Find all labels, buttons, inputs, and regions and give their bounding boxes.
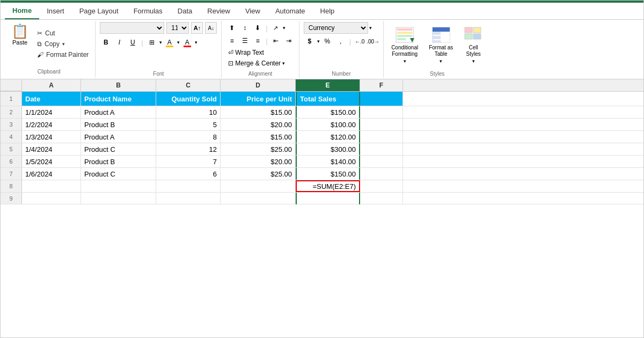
cell-d9[interactable] xyxy=(221,193,296,204)
underline-button[interactable]: U xyxy=(127,36,138,48)
font-size-select[interactable]: 11 xyxy=(166,22,189,34)
cell-d6[interactable]: $20.00 xyxy=(221,156,296,167)
cell-b6[interactable]: Product B xyxy=(81,156,156,167)
cell-a3[interactable]: 1/2/2024 xyxy=(22,119,81,130)
tab-formulas[interactable]: Formulas xyxy=(126,3,170,19)
cell-c8[interactable] xyxy=(156,180,221,192)
percent-button[interactable]: % xyxy=(321,35,333,47)
wrap-text-button[interactable]: ⏎ Wrap Text xyxy=(226,48,294,57)
cell-f9[interactable] xyxy=(360,193,403,204)
cell-b3[interactable]: Product B xyxy=(81,119,156,130)
cell-a4[interactable]: 1/3/2024 xyxy=(22,131,81,143)
cell-a5[interactable]: 1/4/2024 xyxy=(22,143,81,155)
cell-c7[interactable]: 6 xyxy=(156,168,221,180)
cell-b7[interactable]: Product C xyxy=(81,168,156,180)
format-painter-button[interactable]: 🖌 Format Painter xyxy=(35,50,91,60)
conditional-formatting-button[interactable]: ConditionalFormatting ▾ xyxy=(388,24,421,66)
align-left-button[interactable]: ≡ xyxy=(226,35,238,47)
dollar-button[interactable]: $ xyxy=(304,35,316,47)
cell-e2[interactable]: $150.00 xyxy=(296,106,360,118)
cell-c3[interactable]: 5 xyxy=(156,119,221,130)
cell-e1[interactable]: Total Sales xyxy=(296,92,360,106)
cell-f4[interactable] xyxy=(360,131,403,143)
decrease-decimal-button[interactable]: ←.0 xyxy=(354,35,365,47)
col-header-b[interactable]: B xyxy=(81,79,156,91)
cell-d1[interactable]: Price per Unit xyxy=(221,92,296,106)
cell-d4[interactable]: $15.00 xyxy=(221,131,296,143)
cell-d7[interactable]: $25.00 xyxy=(221,168,296,180)
cell-b5[interactable]: Product C xyxy=(81,143,156,155)
tab-page-layout[interactable]: Page Layout xyxy=(72,3,126,19)
col-header-e[interactable]: E xyxy=(296,79,360,91)
cell-f5[interactable] xyxy=(360,143,403,155)
col-header-d[interactable]: D xyxy=(221,79,296,91)
format-table-button[interactable]: Format asTable ▾ xyxy=(426,24,456,66)
cell-b8[interactable] xyxy=(81,180,156,192)
cell-f2[interactable] xyxy=(360,106,403,118)
number-format-select[interactable]: Currency xyxy=(304,22,368,34)
align-center-button[interactable]: ☰ xyxy=(239,35,251,47)
cell-d8[interactable] xyxy=(221,180,296,192)
decrease-indent-button[interactable]: ⇤ xyxy=(270,35,282,47)
font-shrink-button[interactable]: A↓ xyxy=(205,22,217,34)
cell-b2[interactable]: Product A xyxy=(81,106,156,118)
cell-a1[interactable]: Date xyxy=(22,92,81,106)
align-top-button[interactable]: ⬆ xyxy=(226,22,238,34)
merge-center-button[interactable]: ⊡ Merge & Center ▾ xyxy=(226,58,294,68)
col-header-f[interactable]: F xyxy=(360,79,403,91)
cell-a6[interactable]: 1/5/2024 xyxy=(22,156,81,167)
comma-button[interactable]: , xyxy=(335,35,347,47)
cell-f6[interactable] xyxy=(360,156,403,167)
cell-c5[interactable]: 12 xyxy=(156,143,221,155)
cell-b1[interactable]: Product Name xyxy=(81,92,156,106)
cell-a2[interactable]: 1/1/2024 xyxy=(22,106,81,118)
cell-e7[interactable]: $150.00 xyxy=(296,168,360,180)
tab-help[interactable]: Help xyxy=(313,3,342,19)
cell-d3[interactable]: $20.00 xyxy=(221,119,296,130)
cell-f1[interactable] xyxy=(360,92,403,106)
cell-a7[interactable]: 1/6/2024 xyxy=(22,168,81,180)
cell-b4[interactable]: Product A xyxy=(81,131,156,143)
paste-button[interactable]: 📋 Paste xyxy=(7,23,33,65)
tab-insert[interactable]: Insert xyxy=(39,3,72,19)
tab-view[interactable]: View xyxy=(238,3,268,19)
cell-c2[interactable]: 10 xyxy=(156,106,221,118)
cell-f7[interactable] xyxy=(360,168,403,180)
bold-button[interactable]: B xyxy=(100,36,112,48)
cell-c4[interactable]: 8 xyxy=(156,131,221,143)
cell-d2[interactable]: $15.00 xyxy=(221,106,296,118)
cell-e3[interactable]: $100.00 xyxy=(296,119,360,130)
tab-review[interactable]: Review xyxy=(200,3,238,19)
border-button[interactable]: ⊞ xyxy=(146,36,158,48)
cell-e6[interactable]: $140.00 xyxy=(296,156,360,167)
cell-e5[interactable]: $300.00 xyxy=(296,143,360,155)
tab-automate[interactable]: Automate xyxy=(268,3,313,19)
cell-c9[interactable] xyxy=(156,193,221,204)
cell-d5[interactable]: $25.00 xyxy=(221,143,296,155)
col-header-c[interactable]: C xyxy=(156,79,221,91)
fill-color-button[interactable]: A xyxy=(164,36,175,48)
col-header-a[interactable]: A xyxy=(22,79,81,91)
cell-c1[interactable]: Quantity Sold xyxy=(156,92,221,106)
cell-b9[interactable] xyxy=(81,193,156,204)
increase-indent-button[interactable]: ⇥ xyxy=(283,35,295,47)
cell-c6[interactable]: 7 xyxy=(156,156,221,167)
align-right-button[interactable]: ≡ xyxy=(252,35,264,47)
cell-a8[interactable] xyxy=(22,180,81,192)
increase-decimal-button[interactable]: .00→ xyxy=(367,35,379,47)
tab-data[interactable]: Data xyxy=(170,3,200,19)
text-angle-button[interactable]: ↗ xyxy=(270,22,282,34)
font-color-button[interactable]: A xyxy=(181,36,193,48)
cell-f8[interactable] xyxy=(360,180,403,192)
cell-a9[interactable] xyxy=(22,193,81,204)
cell-f3[interactable] xyxy=(360,119,403,130)
cell-styles-button[interactable]: CellStyles ▾ xyxy=(460,24,486,66)
cell-e4[interactable]: $120.00 xyxy=(296,131,360,143)
italic-button[interactable]: I xyxy=(113,36,125,48)
align-middle-button[interactable]: ↕ xyxy=(239,22,251,34)
font-grow-button[interactable]: A↑ xyxy=(191,22,203,34)
cell-e8[interactable]: =SUM(E2:E7) xyxy=(296,180,360,192)
font-name-select[interactable] xyxy=(100,22,164,34)
tab-home[interactable]: Home xyxy=(5,3,39,19)
cut-button[interactable]: ✂ Cut xyxy=(35,28,91,38)
